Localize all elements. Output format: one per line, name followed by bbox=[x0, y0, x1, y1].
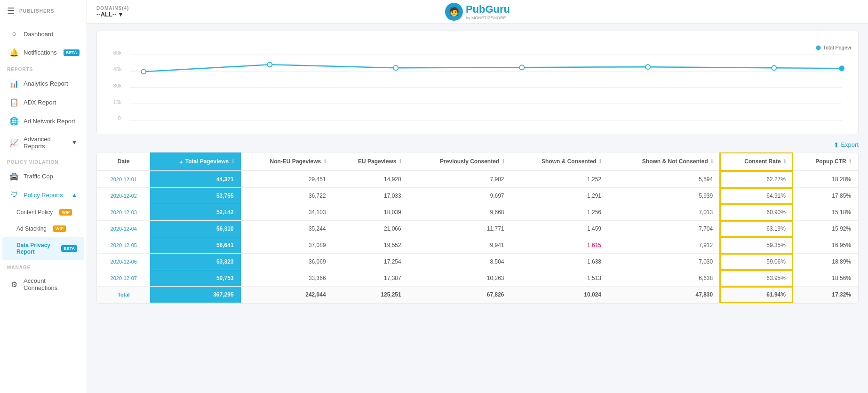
cell-non-eu-pv: 34,103 bbox=[241, 204, 333, 221]
sidebar-item-adnetwork[interactable]: 🌐 Ad Network Report bbox=[2, 112, 84, 130]
cell-total-pv: 50,753 bbox=[150, 270, 240, 287]
sidebar-item-trafficcop[interactable]: 🚔 Traffic Cop bbox=[2, 167, 84, 185]
col-prev-consented[interactable]: Previously Consented ℹ bbox=[408, 152, 511, 171]
info-icon: ℹ bbox=[399, 159, 401, 164]
shield-icon: 🛡 bbox=[9, 191, 19, 199]
sidebar-item-label: Content Policy bbox=[16, 209, 53, 216]
sidebar-item-policyreports[interactable]: 🛡 Policy Reports ▲ bbox=[2, 186, 84, 204]
cell-consent-rate: 61.94% bbox=[720, 287, 793, 303]
table-row: Total 367,295 242,044 125,251 67,826 10,… bbox=[97, 287, 858, 303]
table-header-row: Date ▲ Total Pageviews ℹ Non-EU Pageview… bbox=[97, 152, 858, 171]
sidebar-item-advanced[interactable]: 📈 Advanced Reports ▼ bbox=[2, 131, 84, 154]
table-row: 2020-12-05 56,641 37,089 19,552 9,941 1,… bbox=[97, 237, 858, 254]
cell-non-eu-pv: 29,451 bbox=[241, 171, 333, 188]
svg-text:15k: 15k bbox=[113, 99, 122, 105]
publishers-label: PUBLISHERS bbox=[19, 8, 54, 14]
col-shown-not-consented-label: Shown & Not Consented bbox=[642, 158, 708, 165]
export-link[interactable]: ⬆ Export bbox=[834, 141, 859, 148]
cell-consent-rate: 60.90% bbox=[720, 204, 793, 221]
cell-shown-consented: 1,256 bbox=[511, 204, 609, 221]
hamburger-menu[interactable]: ☰ bbox=[7, 6, 15, 16]
bell-icon: 🔔 bbox=[9, 48, 19, 57]
dashboard-icon: ○ bbox=[9, 30, 19, 38]
pageviews-chart: 0 15k 30k 45k 60k 01 Dec 02 Dec 03 Dec 0… bbox=[104, 38, 851, 123]
col-shown-not-consented[interactable]: Shown & Not Consented ℹ bbox=[608, 152, 720, 171]
sidebar-item-notifications[interactable]: 🔔 Notifications BETA bbox=[2, 43, 84, 62]
topbar: DOMAINS(4) --ALL-- ▾ 🧑 PubGuru by MONETI… bbox=[87, 0, 868, 24]
analytics-icon: 📊 bbox=[9, 79, 19, 88]
info-icon: ℹ bbox=[324, 159, 326, 164]
export-icon: ⬆ bbox=[834, 141, 839, 148]
sidebar-item-label: Policy Reports bbox=[24, 192, 63, 199]
sidebar-item-label: ADX Report bbox=[24, 99, 56, 106]
cell-non-eu-pv: 35,244 bbox=[241, 221, 333, 237]
chart-container: 0 15k 30k 45k 60k 01 Dec 02 Dec 03 Dec 0… bbox=[96, 31, 859, 134]
cell-consent-rate: 59.06% bbox=[720, 254, 793, 270]
table-row: 2020-12-02 53,755 36,722 17,033 9,697 1,… bbox=[97, 188, 858, 204]
cell-consent-rate: 62.27% bbox=[720, 171, 793, 188]
sidebar-item-adstacking[interactable]: Ad Stacking WIP bbox=[2, 221, 84, 237]
cell-prev-consented: 9,941 bbox=[408, 237, 511, 254]
cell-total-pv: 53,755 bbox=[150, 188, 240, 204]
chevron-up-icon: ▲ bbox=[72, 192, 77, 198]
cell-eu-pv: 17,254 bbox=[333, 254, 408, 270]
col-shown-consented[interactable]: Shown & Consented ℹ bbox=[511, 152, 609, 171]
cell-prev-consented: 10,263 bbox=[408, 270, 511, 287]
sidebar-item-dashboard[interactable]: ○ Dashboard bbox=[2, 25, 84, 43]
cell-popup-ctr: 17.85% bbox=[793, 188, 858, 204]
svg-text:Total Pageviews: Total Pageviews bbox=[823, 45, 851, 50]
adnetwork-icon: 🌐 bbox=[9, 117, 19, 126]
table-row: 2020-12-07 50,753 33,366 17,387 10,263 1… bbox=[97, 270, 858, 287]
domains-info: DOMAINS(4) --ALL-- ▾ bbox=[96, 6, 129, 18]
sidebar-item-label: Ad Stacking bbox=[16, 225, 47, 232]
cell-non-eu-pv: 33,366 bbox=[241, 270, 333, 287]
cell-eu-pv: 17,387 bbox=[333, 270, 408, 287]
cell-date: 2020-12-01 bbox=[97, 171, 150, 188]
col-total-pv[interactable]: ▲ Total Pageviews ℹ bbox=[150, 152, 240, 171]
col-date[interactable]: Date bbox=[97, 152, 150, 171]
cell-consent-rate: 63.95% bbox=[720, 270, 793, 287]
cell-total-pv: 56,310 bbox=[150, 221, 240, 237]
reports-section-label: REPORTS bbox=[0, 62, 87, 74]
cell-total-pv: 367,295 bbox=[150, 287, 240, 303]
main-content: DOMAINS(4) --ALL-- ▾ 🧑 PubGuru by MONETI… bbox=[87, 0, 868, 393]
sidebar-item-accountconn[interactable]: ⚙ Account Connections bbox=[2, 273, 84, 296]
sidebar-item-contentpolicy[interactable]: Content Policy WIP bbox=[2, 204, 84, 220]
sidebar-item-label: Ad Network Report bbox=[24, 118, 75, 125]
col-consent-rate[interactable]: Consent Rate ℹ bbox=[720, 152, 793, 171]
col-non-eu-pv[interactable]: Non-EU Pageviews ℹ bbox=[241, 152, 333, 171]
svg-point-22 bbox=[839, 66, 844, 71]
info-icon: ℹ bbox=[849, 159, 851, 164]
svg-text:30k: 30k bbox=[113, 83, 122, 88]
cell-shown-consented: 10,024 bbox=[511, 287, 609, 303]
cell-total-pv: 52,142 bbox=[150, 204, 240, 221]
cell-eu-pv: 19,552 bbox=[333, 237, 408, 254]
cell-non-eu-pv: 36,722 bbox=[241, 188, 333, 204]
cell-shown-consented: 1,252 bbox=[511, 171, 609, 188]
col-popup-ctr[interactable]: Popup CTR ℹ bbox=[793, 152, 858, 171]
svg-point-18 bbox=[393, 65, 398, 70]
col-total-pv-label: Total Pageviews bbox=[185, 158, 229, 165]
domains-dropdown[interactable]: --ALL-- ▾ bbox=[96, 11, 129, 18]
cell-consent-rate: 59.35% bbox=[720, 237, 793, 254]
sidebar-item-adx[interactable]: 📋 ADX Report bbox=[2, 93, 84, 112]
svg-point-23 bbox=[816, 46, 821, 50]
cell-prev-consented: 8,504 bbox=[408, 254, 511, 270]
cell-shown-not-consented: 5,594 bbox=[608, 171, 720, 188]
svg-text:60k: 60k bbox=[113, 50, 122, 56]
sidebar-item-analytics[interactable]: 📊 Analytics Report bbox=[2, 74, 84, 93]
cell-shown-not-consented: 5,939 bbox=[608, 188, 720, 204]
col-popup-ctr-label: Popup CTR bbox=[815, 158, 846, 165]
cell-shown-not-consented: 47,830 bbox=[608, 287, 720, 303]
sidebar-nav: ○ Dashboard 🔔 Notifications BETA REPORTS… bbox=[0, 22, 87, 299]
sidebar-item-dataprivacy[interactable]: Data Privacy Report BETA bbox=[2, 237, 84, 260]
cell-popup-ctr: 18.56% bbox=[793, 270, 858, 287]
sidebar-item-label: Dashboard bbox=[24, 31, 54, 38]
info-icon: ℹ bbox=[784, 159, 786, 164]
beta-badge: BETA bbox=[61, 245, 77, 252]
col-eu-pv[interactable]: EU Pageviews ℹ bbox=[333, 152, 408, 171]
sidebar-item-label: Data Privacy Report bbox=[16, 242, 55, 255]
cell-date: 2020-12-04 bbox=[97, 221, 150, 237]
cell-shown-consented: 1,291 bbox=[511, 188, 609, 204]
adx-icon: 📋 bbox=[9, 98, 19, 107]
